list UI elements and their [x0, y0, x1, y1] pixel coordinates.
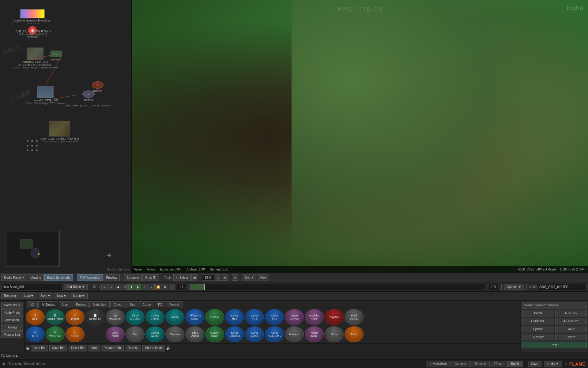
node-btn-keyer-channel[interactable]: KeyerChannel	[225, 326, 244, 342]
select-btn[interactable]: ↖ Select	[173, 274, 191, 281]
view-btn[interactable]: View	[257, 274, 269, 281]
tab-key[interactable]: Key	[126, 301, 138, 308]
go-start-btn[interactable]: ⏮	[101, 284, 107, 290]
node-btn-denoise[interactable]: Denoise	[165, 326, 184, 342]
node-btn-negative[interactable]: Negative	[325, 309, 344, 325]
batch-tab[interactable]: Batch	[507, 361, 523, 367]
rename-tab-btn[interactable]: Rename Tab	[101, 345, 124, 351]
tab-format[interactable]: Format	[166, 301, 183, 308]
node-btn-render[interactable]: ▷ Render	[66, 326, 85, 342]
node-btn-difference-matte[interactable]: DifferenceMatte	[185, 309, 204, 325]
node-btn-comp[interactable]: Comp	[165, 309, 184, 325]
node-btn-matte-curves[interactable]: MatteCurves	[285, 309, 304, 325]
node-btn-gmask-tracer[interactable]: GMaskTracer	[205, 326, 224, 342]
node-btn-blend-comp[interactable]: Blend& Comp	[126, 309, 145, 325]
timeline-scrubber[interactable]	[189, 284, 486, 290]
save-btn[interactable]: Save ▼	[38, 293, 53, 299]
node-resize91[interactable]: Resize resize91	[51, 51, 62, 61]
context-btn[interactable]: Context ▼	[522, 318, 554, 324]
node-btn-modular-keyer[interactable]: ModularKeyer	[305, 309, 324, 325]
reset-bin-btn[interactable]: Reset Bin	[69, 345, 87, 351]
fit-btn[interactable]: ⊡	[215, 274, 221, 281]
node-btn-colour-warper[interactable]: ColourWarper	[145, 326, 164, 342]
auto-key-btn[interactable]: Auto Key	[555, 310, 587, 316]
duplicate-btn[interactable]: Duplicate	[522, 334, 554, 340]
node-a006[interactable]: A006_C021_0404EG [R30] (57) 1536 x 790 @…	[40, 121, 79, 143]
node-btn-edge-detect[interactable]: EdgeDetect	[185, 326, 204, 342]
effects-tab[interactable]: Effects	[490, 361, 507, 367]
undo-btn[interactable]: Undo ▼	[544, 361, 562, 367]
step-back-btn[interactable]: ⏭	[108, 284, 114, 290]
options-btn[interactable]: Options ▼	[504, 284, 524, 290]
node-cmyk[interactable]: 2_41_25_pm [PNG][JPG] (1) Unknown517 @ 8…	[15, 29, 51, 38]
zoom-input[interactable]	[202, 274, 214, 281]
node-btn-gmask[interactable]: GMask	[205, 309, 224, 325]
loop-btn[interactable]: ↻	[162, 284, 168, 290]
node-btn-keyer-luma[interactable]: KeyerLuma	[245, 326, 264, 342]
scroll-right-btn[interactable]: ▶	[167, 346, 170, 350]
sort-btn[interactable]: Sort	[89, 345, 100, 351]
tab-fx[interactable]: FX	[155, 301, 165, 308]
load-bin-btn[interactable]: Load Bin	[31, 345, 48, 351]
end-frame-input[interactable]	[488, 284, 499, 290]
node-btn-matte-edge[interactable]: MatteEdge	[305, 326, 324, 342]
node-btn-pixel-spread[interactable]: PixelSpread	[345, 309, 364, 325]
au-context-btn[interactable]: Au Context	[555, 318, 587, 324]
conform-tab[interactable]: Conform	[451, 361, 470, 367]
group-btn[interactable]: Group	[555, 326, 587, 332]
timing-btn[interactable]: Timing	[1, 324, 23, 331]
tab-all-nodes[interactable]: All Nodes	[38, 301, 58, 308]
node-resize91-bfx[interactable]: resize91 [BFX] (100) 1920 x 1080 @ 16fp …	[24, 86, 66, 105]
node-btn-write-file[interactable]: ✎ Write File	[46, 326, 65, 342]
step-fwd-btn[interactable]: ▸	[149, 284, 155, 290]
viewing-btn[interactable]: Viewing	[28, 274, 44, 281]
new-btn[interactable]: New ▼	[55, 293, 69, 299]
render-list-btn[interactable]: Render List	[1, 331, 23, 338]
batch-schematic-area[interactable]: 人人素材 RRCG 人人素材 ColorTemperature [PNG] (1…	[0, 0, 131, 273]
node-btn-desk[interactable]: 🖥 Desk	[26, 309, 45, 325]
full-resolution-btn[interactable]: Full Resolution	[77, 274, 103, 281]
add-token-btn[interactable]: Add Token ▼	[64, 284, 88, 290]
node-btn-masterk[interactable]: MasterK	[285, 326, 304, 342]
save-status-btn[interactable]: Save	[528, 361, 541, 367]
iterate-btn[interactable]: Iterate ▼	[70, 293, 88, 299]
update-btn[interactable]: Update	[522, 326, 554, 332]
render-btn[interactable]: Render ▼	[1, 293, 20, 299]
frame-input[interactable]	[176, 284, 187, 290]
node-mono96[interactable]: M mono96 () 1920 x 1080 @ 16fp (1.778) (…	[66, 90, 111, 107]
timeline-tab[interactable]: Timeline	[470, 361, 490, 367]
node-btn-read-file[interactable]: 📄 Read File	[85, 309, 104, 325]
go-end-btn[interactable]: ⏩	[155, 284, 161, 290]
grab-btn[interactable]: Grab [1]	[142, 274, 159, 281]
node-btn-keyer-rgbcmyl[interactable]: KeyerRGBCMYL	[265, 326, 284, 342]
compare-btn[interactable]: Compare	[124, 274, 142, 281]
refresh-btn[interactable]: Refresh	[125, 345, 141, 351]
stereo-mode-btn[interactable]: Stereo Mode	[142, 345, 165, 351]
node-btn-keyer-rgb[interactable]: KeyerRGB	[245, 309, 264, 325]
scroll-left-btn[interactable]: ◀	[26, 346, 29, 350]
expand-btn[interactable]: ⊞	[222, 274, 228, 281]
tab-user[interactable]: User	[59, 301, 72, 308]
load-btn[interactable]: Load ▼	[21, 293, 36, 299]
media-panel-btn[interactable]: Media Panel ▼	[1, 274, 27, 281]
viewer-area[interactable]: www.rrcg.cn 人人素材 RRCG 人人素材 fxphd Video A…	[132, 0, 588, 273]
frame-back-btn[interactable]: ◁	[122, 284, 128, 290]
grid-btn[interactable]: Grid ▼	[242, 274, 257, 281]
node-btn-import[interactable]: ↙ Import	[66, 309, 85, 325]
node-btn-blur[interactable]: Blur	[126, 326, 145, 342]
play-fwd-btn[interactable]: ▶	[135, 284, 141, 290]
tool-icon1[interactable]: ⊞	[191, 274, 198, 281]
node-prefs-btn[interactable]: Node Prefs	[1, 309, 23, 316]
tab-io[interactable]: I/O	[27, 301, 38, 308]
disable-bypass-btn[interactable]: Disable Bypass On Selection	[522, 302, 587, 309]
batch-prefs-btn[interactable]: Batch Prefs	[1, 302, 23, 309]
batch-schematic-btn[interactable]: Batch Schematic	[44, 274, 73, 281]
node-btn-mono[interactable]: Mono	[325, 326, 344, 342]
node-btn-2d-histogram[interactable]: 2DHistogram	[106, 309, 125, 325]
batch-name-input[interactable]	[1, 284, 62, 290]
node-name-input[interactable]	[538, 284, 587, 290]
pause-btn[interactable]: ⏸	[128, 284, 134, 290]
delete-btn[interactable]: Delete	[555, 334, 587, 340]
overlay-btn[interactable]: ⊕	[232, 274, 238, 281]
play-back-btn[interactable]: ◀	[115, 284, 121, 290]
